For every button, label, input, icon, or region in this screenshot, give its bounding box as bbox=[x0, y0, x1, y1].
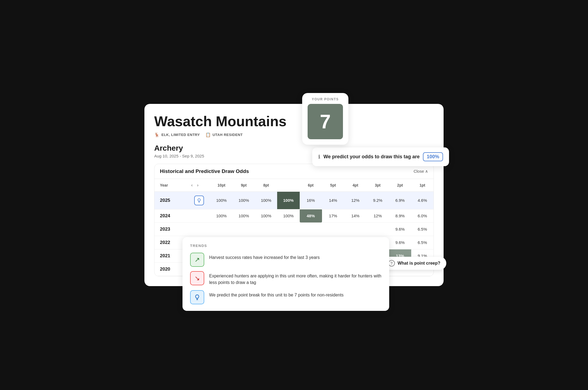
nav-cell-2024 bbox=[188, 209, 210, 222]
odds-percentage: 100% bbox=[423, 152, 443, 161]
cell-2024-3pt: 12% bbox=[367, 209, 389, 222]
table-title: Historical and Predictive Draw Odds bbox=[160, 168, 249, 174]
points-label: YOUR POINTS bbox=[308, 97, 343, 101]
col-header-nav: ‹ › bbox=[188, 179, 210, 192]
cell-2023-2pt: 9.6% bbox=[389, 222, 411, 236]
cell-2025-7pt: 100% bbox=[277, 191, 299, 209]
col-header-9pt: 9pt bbox=[233, 179, 255, 192]
trend-item-green: ↗ Harvest success rates have increased f… bbox=[190, 253, 382, 267]
points-number-box: 7 bbox=[308, 104, 343, 139]
cell-2025-5pt: 14% bbox=[322, 191, 344, 209]
cell-2025-1pt: 4.6% bbox=[411, 191, 434, 209]
trend-text-1: Experienced hunters are applying in this… bbox=[209, 271, 382, 286]
trend-text-0: Harvest success rates have increased for… bbox=[209, 253, 320, 261]
question-icon: ? bbox=[388, 260, 395, 267]
cell-2022-2pt: 9.6% bbox=[389, 236, 411, 249]
lightbulb-cell-2025 bbox=[188, 191, 210, 209]
trend-icon-lightbulb bbox=[190, 290, 204, 304]
cell-2023-7pt bbox=[277, 222, 299, 236]
cell-2023-10pt bbox=[210, 222, 233, 236]
cell-2023-9pt bbox=[233, 222, 255, 236]
year-2023: 2023 bbox=[154, 222, 188, 236]
cell-2024-4pt: 14% bbox=[344, 209, 367, 222]
cell-2024-6pt: 48% bbox=[300, 209, 322, 222]
cell-2023-6pt bbox=[300, 222, 322, 236]
trend-icon-up: ↗ bbox=[190, 253, 204, 267]
cell-2024-1pt: 6.0% bbox=[411, 209, 434, 222]
cell-2025-10pt: 100% bbox=[210, 191, 233, 209]
lightbulb-button-2025[interactable] bbox=[194, 196, 204, 205]
elk-icon: 🦌 bbox=[154, 132, 160, 137]
cell-2024-5pt: 17% bbox=[322, 209, 344, 222]
table-row: 2023 9.6% 6.5% bbox=[154, 222, 434, 236]
col-header-8pt: 8pt bbox=[255, 179, 277, 192]
trend-item-blue: We predict the point break for this unit… bbox=[190, 290, 382, 304]
info-icon: ℹ bbox=[318, 154, 320, 160]
col-header-10pt: 10pt bbox=[210, 179, 233, 192]
resident-icon: 📋 bbox=[205, 132, 211, 137]
page-title: Wasatch Mountains bbox=[154, 114, 434, 129]
col-header-year: Year bbox=[154, 179, 188, 192]
cell-2022-1pt: 6.5% bbox=[411, 236, 434, 249]
cell-2025-3pt: 9.2% bbox=[367, 191, 389, 209]
year-2024: 2024 bbox=[154, 209, 188, 222]
points-value: 7 bbox=[320, 112, 331, 131]
trends-popup: TRENDS ↗ Harvest success rates have incr… bbox=[182, 237, 389, 311]
nav-cell-2023 bbox=[188, 222, 210, 236]
trend-text-2: We predict the point break for this unit… bbox=[209, 290, 343, 298]
cell-2025-9pt: 100% bbox=[233, 191, 255, 209]
close-button[interactable]: Close ∧ bbox=[414, 169, 428, 174]
table-row: 2025 100% 100% 100% 100% bbox=[154, 191, 434, 209]
point-creep-label: What is point creep? bbox=[398, 261, 440, 266]
cell-2024-8pt: 100% bbox=[255, 209, 277, 222]
chevron-up-icon: ∧ bbox=[425, 169, 428, 174]
cell-2023-3pt bbox=[367, 222, 389, 236]
nav-next-arrow[interactable]: › bbox=[196, 182, 199, 188]
table-row: 2024 100% 100% 100% 100% 48% 17% 14% 12%… bbox=[154, 209, 434, 222]
cell-2025-8pt: 100% bbox=[255, 191, 277, 209]
col-header-5pt: 5pt bbox=[322, 179, 344, 192]
cell-2025-4pt: 12% bbox=[344, 191, 367, 209]
cell-2023-1pt: 6.5% bbox=[411, 222, 434, 236]
col-header-3pt: 3pt bbox=[367, 179, 389, 192]
point-creep-button[interactable]: ? What is point creep? bbox=[382, 257, 446, 270]
trend-item-red: ↘ Experienced hunters are applying in th… bbox=[190, 271, 382, 286]
col-header-4pt: 4pt bbox=[344, 179, 367, 192]
trend-icon-down: ↘ bbox=[190, 271, 204, 285]
trends-title: TRENDS bbox=[190, 244, 382, 248]
meta-elk-label: ELK, LIMITED ENTRY bbox=[162, 133, 200, 137]
points-card: YOUR POINTS 7 bbox=[302, 93, 348, 145]
meta-row: 🦌 ELK, LIMITED ENTRY 📋 UTAH RESIDENT bbox=[154, 132, 434, 137]
cell-2025-2pt: 6.9% bbox=[389, 191, 411, 209]
col-header-1pt: 1pt bbox=[411, 179, 434, 192]
cell-2024-9pt: 100% bbox=[233, 209, 255, 222]
col-header-6pt: 6pt bbox=[300, 179, 322, 192]
col-header-7pt: 7pt bbox=[277, 179, 299, 192]
cell-2024-2pt: 8.9% bbox=[389, 209, 411, 222]
year-2025: 2025 bbox=[154, 191, 188, 209]
cell-2024-10pt: 100% bbox=[210, 209, 233, 222]
odds-banner: ℹ We predict your odds to draw this tag … bbox=[312, 147, 449, 166]
cell-2025-6pt: 16% bbox=[300, 191, 322, 209]
cell-2024-7pt: 100% bbox=[277, 209, 299, 222]
col-header-2pt: 2pt bbox=[389, 179, 411, 192]
close-label: Close bbox=[414, 169, 424, 174]
cell-2023-8pt bbox=[255, 222, 277, 236]
meta-resident: 📋 UTAH RESIDENT bbox=[205, 132, 243, 137]
cell-2023-5pt bbox=[322, 222, 344, 236]
cell-2023-4pt bbox=[344, 222, 367, 236]
odds-text: We predict your odds to draw this tag ar… bbox=[323, 154, 420, 160]
meta-resident-label: UTAH RESIDENT bbox=[212, 133, 243, 137]
meta-elk: 🦌 ELK, LIMITED ENTRY bbox=[154, 132, 200, 137]
nav-prev-arrow[interactable]: ‹ bbox=[190, 182, 194, 188]
